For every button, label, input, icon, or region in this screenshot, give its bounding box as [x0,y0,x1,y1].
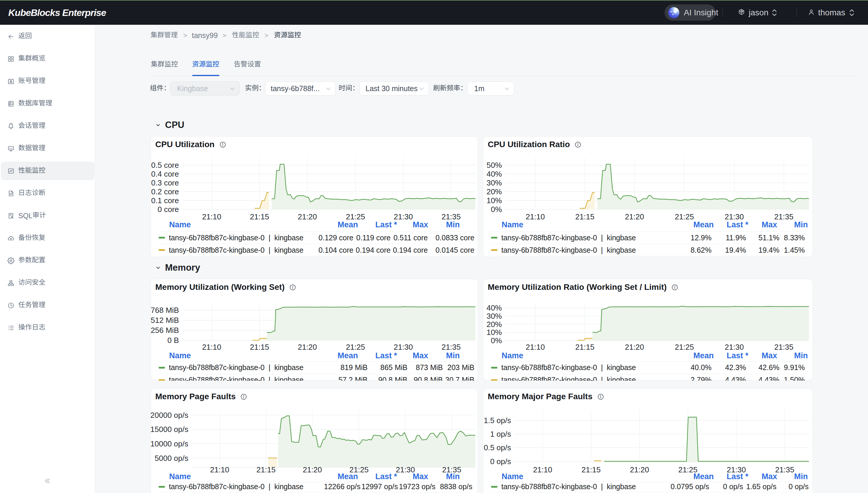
svg-text:10000 op/s: 10000 op/s [151,440,188,448]
svg-text:0.1 core: 0.1 core [151,196,179,205]
svg-text:0.2 core: 0.2 core [151,187,179,196]
svg-text:21:20: 21:20 [625,212,644,221]
svg-text:0 op/s: 0 op/s [490,457,511,466]
svg-text:0.5 core: 0.5 core [151,161,179,170]
svg-text:0.3 core: 0.3 core [151,178,179,187]
svg-text:0 B: 0 B [167,336,179,345]
svg-text:0.4 core: 0.4 core [151,170,179,178]
svg-text:21:10: 21:10 [526,212,545,221]
svg-text:21:15: 21:15 [256,465,276,474]
svg-text:0%: 0% [491,205,502,214]
svg-text:10%: 10% [487,196,502,205]
svg-text:5000 op/s: 5000 op/s [155,454,188,463]
svg-text:40%: 40% [487,303,502,312]
svg-text:21:20: 21:20 [625,343,644,351]
svg-text:512 MiB: 512 MiB [151,316,179,325]
svg-text:21:20: 21:20 [630,465,649,474]
svg-text:21:15: 21:15 [575,212,594,221]
svg-text:0%: 0% [491,336,502,345]
svg-text:SQL: SQL [9,147,13,149]
svg-text:21:20: 21:20 [303,465,322,474]
svg-text:21:15: 21:15 [250,343,269,351]
svg-text:21:10: 21:10 [202,343,221,351]
svg-text:1 op/s: 1 op/s [490,430,511,438]
svg-text:40%: 40% [487,170,502,178]
svg-text:20%: 20% [487,320,502,329]
svg-text:15000 op/s: 15000 op/s [151,425,188,434]
svg-text:30%: 30% [487,312,502,321]
svg-text:0 core: 0 core [158,205,179,214]
svg-text:10%: 10% [487,328,502,337]
svg-text:20000 op/s: 20000 op/s [151,411,188,420]
svg-text:30%: 30% [487,178,502,187]
svg-text:21:10: 21:10 [526,343,545,351]
svg-text:50%: 50% [487,161,502,170]
svg-text:256 MiB: 256 MiB [151,326,179,335]
svg-text:21:15: 21:15 [581,465,601,474]
svg-text:0.5 op/s: 0.5 op/s [484,443,511,452]
svg-text:21:20: 21:20 [298,212,317,221]
svg-text:1.5 op/s: 1.5 op/s [484,416,511,425]
svg-text:20%: 20% [487,187,502,196]
svg-text:768 MiB: 768 MiB [151,306,179,315]
svg-text:21:15: 21:15 [575,343,594,351]
svg-text:21:10: 21:10 [210,465,229,474]
svg-text:21:15: 21:15 [250,212,269,221]
svg-text:21:10: 21:10 [533,465,552,474]
svg-text:21:20: 21:20 [298,343,317,351]
svg-text:21:10: 21:10 [202,212,221,221]
